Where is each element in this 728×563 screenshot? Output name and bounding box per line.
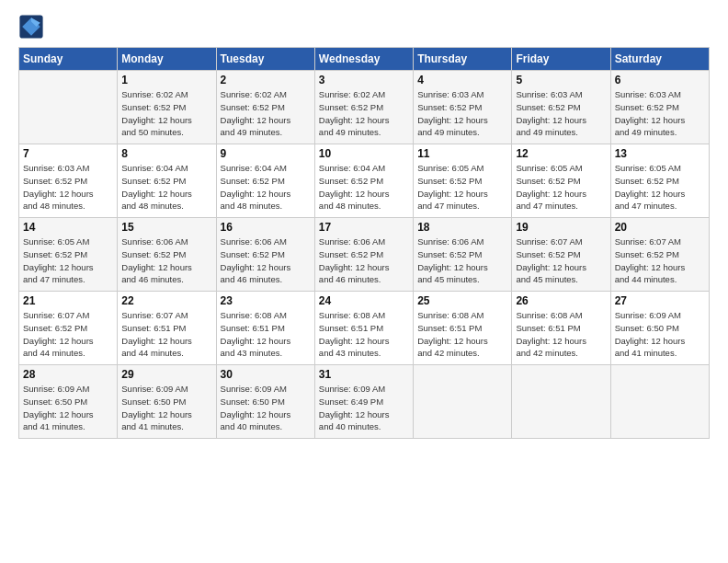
calendar-cell: 12Sunrise: 6:05 AM Sunset: 6:52 PM Dayli… bbox=[512, 144, 610, 218]
calendar-cell: 3Sunrise: 6:02 AM Sunset: 6:52 PM Daylig… bbox=[314, 71, 413, 144]
day-number: 25 bbox=[417, 294, 507, 307]
calendar-cell: 29Sunrise: 6:09 AM Sunset: 6:50 PM Dayli… bbox=[118, 365, 216, 439]
calendar-cell bbox=[512, 365, 610, 439]
day-number: 10 bbox=[319, 147, 409, 160]
day-info: Sunrise: 6:02 AM Sunset: 6:52 PM Dayligh… bbox=[319, 88, 409, 139]
calendar-cell: 21Sunrise: 6:07 AM Sunset: 6:52 PM Dayli… bbox=[19, 292, 118, 365]
calendar-table: SundayMondayTuesdayWednesdayThursdayFrid… bbox=[18, 47, 710, 439]
day-info: Sunrise: 6:09 AM Sunset: 6:50 PM Dayligh… bbox=[615, 309, 705, 360]
day-info: Sunrise: 6:05 AM Sunset: 6:52 PM Dayligh… bbox=[23, 236, 113, 286]
day-info: Sunrise: 6:09 AM Sunset: 6:50 PM Dayligh… bbox=[221, 383, 311, 433]
day-info: Sunrise: 6:06 AM Sunset: 6:52 PM Dayligh… bbox=[319, 236, 409, 286]
calendar-cell: 18Sunrise: 6:06 AM Sunset: 6:52 PM Dayli… bbox=[414, 218, 512, 292]
day-number: 18 bbox=[417, 221, 507, 234]
day-number: 5 bbox=[516, 74, 606, 86]
calendar-cell: 11Sunrise: 6:05 AM Sunset: 6:52 PM Dayli… bbox=[414, 144, 512, 218]
day-number: 9 bbox=[221, 147, 311, 160]
calendar-cell bbox=[414, 365, 512, 439]
day-number: 16 bbox=[221, 221, 311, 234]
day-info: Sunrise: 6:05 AM Sunset: 6:52 PM Dayligh… bbox=[516, 162, 606, 213]
calendar-cell: 31Sunrise: 6:09 AM Sunset: 6:49 PM Dayli… bbox=[314, 365, 413, 439]
day-number: 13 bbox=[615, 147, 705, 160]
day-number: 17 bbox=[319, 221, 409, 234]
calendar-cell: 22Sunrise: 6:07 AM Sunset: 6:51 PM Dayli… bbox=[118, 292, 216, 365]
day-info: Sunrise: 6:05 AM Sunset: 6:52 PM Dayligh… bbox=[417, 162, 507, 213]
header-cell-sunday: Sunday bbox=[19, 48, 118, 71]
day-number: 6 bbox=[615, 74, 705, 86]
header-cell-friday: Friday bbox=[512, 48, 610, 71]
calendar-cell: 30Sunrise: 6:09 AM Sunset: 6:50 PM Dayli… bbox=[216, 365, 314, 439]
day-info: Sunrise: 6:06 AM Sunset: 6:52 PM Dayligh… bbox=[417, 236, 507, 286]
day-number: 12 bbox=[516, 147, 606, 160]
day-number: 26 bbox=[516, 294, 606, 307]
day-info: Sunrise: 6:07 AM Sunset: 6:52 PM Dayligh… bbox=[615, 236, 705, 286]
day-number: 29 bbox=[121, 368, 211, 381]
day-info: Sunrise: 6:09 AM Sunset: 6:50 PM Dayligh… bbox=[23, 383, 113, 433]
day-info: Sunrise: 6:07 AM Sunset: 6:52 PM Dayligh… bbox=[23, 309, 113, 360]
calendar-cell bbox=[19, 71, 118, 144]
header-cell-saturday: Saturday bbox=[610, 48, 709, 71]
day-info: Sunrise: 6:09 AM Sunset: 6:49 PM Dayligh… bbox=[319, 383, 409, 433]
page: SundayMondayTuesdayWednesdayThursdayFrid… bbox=[0, 0, 728, 563]
calendar-cell: 7Sunrise: 6:03 AM Sunset: 6:52 PM Daylig… bbox=[19, 144, 118, 218]
calendar-cell: 13Sunrise: 6:05 AM Sunset: 6:52 PM Dayli… bbox=[610, 144, 709, 218]
calendar-cell: 24Sunrise: 6:08 AM Sunset: 6:51 PM Dayli… bbox=[314, 292, 413, 365]
day-number: 22 bbox=[121, 294, 211, 307]
day-info: Sunrise: 6:09 AM Sunset: 6:50 PM Dayligh… bbox=[121, 383, 211, 433]
day-info: Sunrise: 6:06 AM Sunset: 6:52 PM Dayligh… bbox=[121, 236, 211, 286]
day-number: 8 bbox=[121, 147, 211, 160]
calendar-cell: 4Sunrise: 6:03 AM Sunset: 6:52 PM Daylig… bbox=[414, 71, 512, 144]
calendar-cell bbox=[610, 365, 709, 439]
calendar-body: 1Sunrise: 6:02 AM Sunset: 6:52 PM Daylig… bbox=[19, 71, 710, 439]
day-number: 19 bbox=[516, 221, 606, 234]
day-number: 4 bbox=[417, 74, 507, 86]
calendar-cell: 28Sunrise: 6:09 AM Sunset: 6:50 PM Dayli… bbox=[19, 365, 118, 439]
calendar-cell: 9Sunrise: 6:04 AM Sunset: 6:52 PM Daylig… bbox=[216, 144, 314, 218]
calendar-cell: 6Sunrise: 6:03 AM Sunset: 6:52 PM Daylig… bbox=[610, 71, 709, 144]
calendar-cell: 20Sunrise: 6:07 AM Sunset: 6:52 PM Dayli… bbox=[610, 218, 709, 292]
day-number: 21 bbox=[23, 294, 113, 307]
day-number: 14 bbox=[23, 221, 113, 234]
day-info: Sunrise: 6:02 AM Sunset: 6:52 PM Dayligh… bbox=[221, 88, 311, 139]
day-info: Sunrise: 6:07 AM Sunset: 6:51 PM Dayligh… bbox=[121, 309, 211, 360]
calendar-cell: 17Sunrise: 6:06 AM Sunset: 6:52 PM Dayli… bbox=[314, 218, 413, 292]
header-cell-wednesday: Wednesday bbox=[314, 48, 413, 71]
header-cell-thursday: Thursday bbox=[414, 48, 512, 71]
day-info: Sunrise: 6:03 AM Sunset: 6:52 PM Dayligh… bbox=[615, 88, 705, 139]
day-info: Sunrise: 6:07 AM Sunset: 6:52 PM Dayligh… bbox=[516, 236, 606, 286]
week-row-1: 1Sunrise: 6:02 AM Sunset: 6:52 PM Daylig… bbox=[19, 71, 710, 144]
calendar-cell: 19Sunrise: 6:07 AM Sunset: 6:52 PM Dayli… bbox=[512, 218, 610, 292]
header bbox=[18, 14, 710, 40]
header-cell-tuesday: Tuesday bbox=[216, 48, 314, 71]
calendar-cell: 1Sunrise: 6:02 AM Sunset: 6:52 PM Daylig… bbox=[118, 71, 216, 144]
calendar-cell: 26Sunrise: 6:08 AM Sunset: 6:51 PM Dayli… bbox=[512, 292, 610, 365]
day-number: 24 bbox=[319, 294, 409, 307]
week-row-5: 28Sunrise: 6:09 AM Sunset: 6:50 PM Dayli… bbox=[19, 365, 710, 439]
calendar-cell: 15Sunrise: 6:06 AM Sunset: 6:52 PM Dayli… bbox=[118, 218, 216, 292]
header-row: SundayMondayTuesdayWednesdayThursdayFrid… bbox=[19, 48, 710, 71]
day-info: Sunrise: 6:03 AM Sunset: 6:52 PM Dayligh… bbox=[23, 162, 113, 213]
day-info: Sunrise: 6:04 AM Sunset: 6:52 PM Dayligh… bbox=[121, 162, 211, 213]
calendar-cell: 25Sunrise: 6:08 AM Sunset: 6:51 PM Dayli… bbox=[414, 292, 512, 365]
day-info: Sunrise: 6:03 AM Sunset: 6:52 PM Dayligh… bbox=[516, 88, 606, 139]
day-number: 3 bbox=[319, 74, 409, 86]
week-row-2: 7Sunrise: 6:03 AM Sunset: 6:52 PM Daylig… bbox=[19, 144, 710, 218]
day-number: 7 bbox=[23, 147, 113, 160]
day-number: 27 bbox=[615, 294, 705, 307]
day-number: 23 bbox=[221, 294, 311, 307]
logo bbox=[18, 14, 48, 40]
day-number: 1 bbox=[121, 74, 211, 86]
day-number: 30 bbox=[221, 368, 311, 381]
day-info: Sunrise: 6:06 AM Sunset: 6:52 PM Dayligh… bbox=[221, 236, 311, 286]
calendar-cell: 5Sunrise: 6:03 AM Sunset: 6:52 PM Daylig… bbox=[512, 71, 610, 144]
week-row-4: 21Sunrise: 6:07 AM Sunset: 6:52 PM Dayli… bbox=[19, 292, 710, 365]
day-number: 28 bbox=[23, 368, 113, 381]
day-info: Sunrise: 6:08 AM Sunset: 6:51 PM Dayligh… bbox=[417, 309, 507, 360]
day-number: 11 bbox=[417, 147, 507, 160]
calendar-cell: 14Sunrise: 6:05 AM Sunset: 6:52 PM Dayli… bbox=[19, 218, 118, 292]
day-number: 2 bbox=[221, 74, 311, 86]
calendar-cell: 27Sunrise: 6:09 AM Sunset: 6:50 PM Dayli… bbox=[610, 292, 709, 365]
calendar-header: SundayMondayTuesdayWednesdayThursdayFrid… bbox=[19, 48, 710, 71]
day-info: Sunrise: 6:02 AM Sunset: 6:52 PM Dayligh… bbox=[121, 88, 211, 139]
day-info: Sunrise: 6:08 AM Sunset: 6:51 PM Dayligh… bbox=[319, 309, 409, 360]
